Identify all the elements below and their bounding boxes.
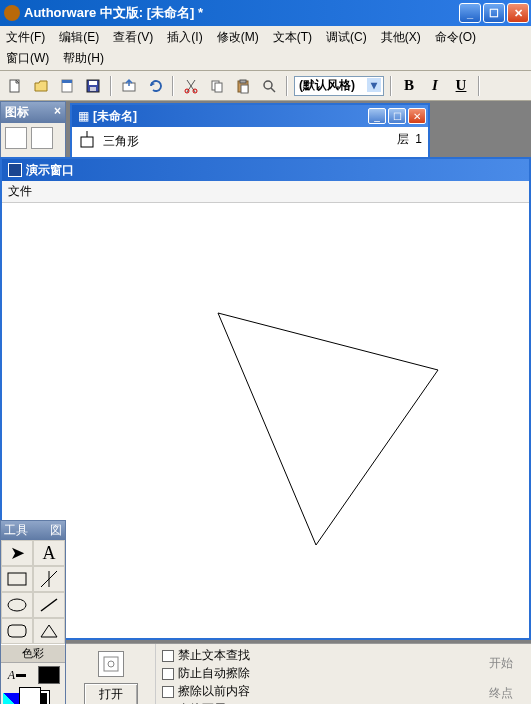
presentation-icon bbox=[8, 163, 22, 177]
copy-icon[interactable] bbox=[206, 75, 228, 97]
icon-palette-header[interactable]: 图标 × bbox=[1, 102, 65, 123]
menu-other[interactable]: 其他(X) bbox=[379, 28, 423, 47]
app-icon bbox=[4, 5, 20, 21]
checkbox[interactable] bbox=[162, 668, 174, 680]
menu-window[interactable]: 窗口(W) bbox=[4, 49, 51, 68]
italic-button[interactable]: I bbox=[424, 75, 446, 97]
menu-modify[interactable]: 修改(M) bbox=[215, 28, 261, 47]
toolbar-sep bbox=[110, 76, 112, 96]
props-preview-col: 打开 bbox=[66, 644, 156, 704]
tools-title: 工具 bbox=[4, 522, 28, 539]
find-icon[interactable] bbox=[258, 75, 280, 97]
flowline-titlebar[interactable]: ▦ [未命名] _ ☐ ✕ bbox=[72, 105, 428, 127]
palette-icon[interactable] bbox=[5, 127, 27, 149]
flowline-close-icon[interactable]: ✕ bbox=[408, 108, 426, 124]
pen-color-icon[interactable]: A bbox=[1, 663, 33, 687]
underline-button[interactable]: U bbox=[450, 75, 472, 97]
option-label: 禁止文本查找 bbox=[178, 647, 250, 664]
flowline-title: [未命名] bbox=[93, 108, 368, 125]
doc-icon[interactable] bbox=[56, 75, 78, 97]
triangle-shape[interactable] bbox=[2, 203, 531, 638]
diagonal-tool-icon[interactable] bbox=[33, 592, 65, 618]
undo-icon[interactable] bbox=[144, 75, 166, 97]
cut-icon[interactable] bbox=[180, 75, 202, 97]
open-file-icon[interactable] bbox=[30, 75, 52, 97]
svg-rect-18 bbox=[8, 573, 26, 585]
main-titlebar: Authorware 中文版: [未命名] * _ ☐ ✕ bbox=[0, 0, 531, 26]
layer-value: 1 bbox=[415, 132, 422, 146]
svg-rect-2 bbox=[62, 80, 72, 83]
close-button[interactable]: ✕ bbox=[507, 3, 529, 23]
option-row: 禁止文本查找 bbox=[162, 647, 465, 664]
svg-line-22 bbox=[41, 599, 57, 611]
text-color-swatch[interactable] bbox=[33, 663, 65, 687]
save-icon[interactable] bbox=[82, 75, 104, 97]
presentation-titlebar[interactable]: 演示窗口 bbox=[2, 159, 529, 181]
presentation-title: 演示窗口 bbox=[26, 162, 74, 179]
toolbar: (默认风格) B I U bbox=[0, 71, 531, 101]
preview-thumbnail-icon[interactable] bbox=[98, 651, 124, 677]
polygon-tool-icon[interactable] bbox=[33, 618, 65, 644]
checkbox[interactable] bbox=[162, 650, 174, 662]
flowline-item[interactable]: 三角形 bbox=[78, 131, 139, 154]
minimize-button[interactable]: _ bbox=[459, 3, 481, 23]
toolbar-sep bbox=[286, 76, 288, 96]
fill-color-swatch[interactable] bbox=[23, 691, 49, 704]
pen-color-row: A bbox=[1, 663, 65, 687]
svg-point-8 bbox=[193, 89, 197, 93]
icon-palette-title: 图标 bbox=[5, 104, 29, 121]
tools-header[interactable]: 工具 図 bbox=[1, 521, 65, 540]
layer-label: 层 bbox=[397, 132, 409, 146]
rect-tool-icon[interactable] bbox=[1, 566, 33, 592]
style-dropdown[interactable]: (默认风格) bbox=[294, 76, 384, 96]
option-label: 擦除以前内容 bbox=[178, 683, 250, 700]
palette-icon[interactable] bbox=[31, 127, 53, 149]
pointer-tool-icon[interactable]: ➤ bbox=[1, 540, 33, 566]
svg-rect-16 bbox=[81, 137, 93, 147]
option-row: 擦除以前内容 bbox=[162, 683, 465, 700]
ellipse-tool-icon[interactable] bbox=[1, 592, 33, 618]
import-icon[interactable] bbox=[118, 75, 140, 97]
presentation-window: 演示窗口 文件 bbox=[0, 157, 531, 640]
new-file-icon[interactable] bbox=[4, 75, 26, 97]
menu-command[interactable]: 命令(O) bbox=[433, 28, 478, 47]
menu-debug[interactable]: 调试(C) bbox=[324, 28, 369, 47]
presentation-menu-file[interactable]: 文件 bbox=[8, 184, 32, 198]
menu-bar: 文件(F) 编辑(E) 查看(V) 插入(I) 修改(M) 文本(T) 调试(C… bbox=[0, 26, 531, 71]
svg-rect-10 bbox=[215, 83, 222, 92]
roundrect-tool-icon[interactable] bbox=[1, 618, 33, 644]
maximize-button[interactable]: ☐ bbox=[483, 3, 505, 23]
flowline-minimize-icon[interactable]: _ bbox=[368, 108, 386, 124]
bold-button[interactable]: B bbox=[398, 75, 420, 97]
menu-file[interactable]: 文件(F) bbox=[4, 28, 47, 47]
flowline-maximize-icon[interactable]: ☐ bbox=[388, 108, 406, 124]
menu-help[interactable]: 帮助(H) bbox=[61, 49, 106, 68]
props-options-col: 禁止文本查找 防止自动擦除 擦除以前内容 直接写屏 bbox=[156, 644, 471, 704]
tools-palette: 工具 図 ➤ A 色彩 A 线型 模式 bbox=[0, 520, 66, 704]
drawing-canvas[interactable] bbox=[2, 203, 529, 638]
fill-color-row bbox=[1, 687, 65, 704]
flowline-body[interactable]: 三角形 层 1 bbox=[72, 127, 428, 157]
svg-rect-13 bbox=[241, 85, 248, 93]
option-row: 防止自动擦除 bbox=[162, 665, 465, 682]
svg-rect-12 bbox=[240, 80, 246, 83]
flowline-doc-icon: ▦ bbox=[78, 109, 89, 123]
text-tool-icon[interactable]: A bbox=[33, 540, 65, 566]
paste-icon[interactable] bbox=[232, 75, 254, 97]
open-button[interactable]: 打开 bbox=[84, 683, 138, 704]
menu-insert[interactable]: 插入(I) bbox=[165, 28, 204, 47]
menu-text[interactable]: 文本(T) bbox=[271, 28, 314, 47]
svg-point-7 bbox=[185, 89, 189, 93]
checkbox[interactable] bbox=[162, 686, 174, 698]
svg-rect-23 bbox=[8, 625, 26, 637]
svg-marker-24 bbox=[41, 625, 57, 637]
flowline-item-label: 三角形 bbox=[103, 134, 139, 148]
menu-view[interactable]: 查看(V) bbox=[111, 28, 155, 47]
line-tool-icon[interactable] bbox=[33, 566, 65, 592]
menu-edit[interactable]: 编辑(E) bbox=[57, 28, 101, 47]
option-label: 防止自动擦除 bbox=[178, 665, 250, 682]
layer-info: 层 1 bbox=[397, 131, 422, 148]
color-section-label: 色彩 bbox=[1, 644, 65, 663]
tools-close-icon[interactable]: 図 bbox=[50, 522, 62, 539]
icon-palette-close-icon[interactable]: × bbox=[54, 104, 61, 121]
